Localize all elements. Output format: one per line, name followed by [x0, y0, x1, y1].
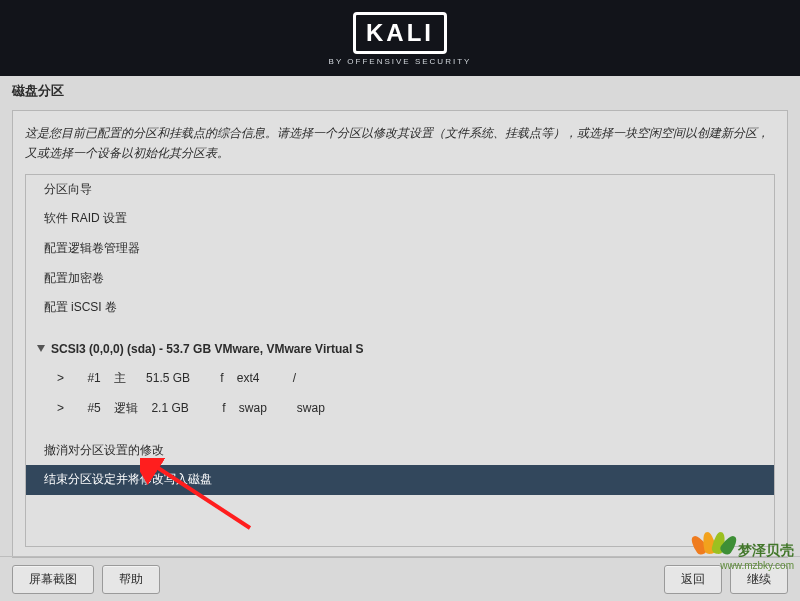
- panel-description: 这是您目前已配置的分区和挂载点的综合信息。请选择一个分区以修改其设置（文件系统、…: [25, 123, 775, 164]
- continue-button[interactable]: 继续: [730, 565, 788, 594]
- kali-logo-box: KALI: [353, 12, 447, 54]
- menu-finish[interactable]: 结束分区设定并将修改写入磁盘: [26, 465, 774, 495]
- kali-logo-text: KALI: [366, 19, 434, 46]
- partition-list: 分区向导 软件 RAID 设置 配置逻辑卷管理器 配置加密卷 配置 iSCSI …: [25, 174, 775, 547]
- menu-iscsi[interactable]: 配置 iSCSI 卷: [26, 293, 774, 323]
- menu-lvm[interactable]: 配置逻辑卷管理器: [26, 234, 774, 264]
- help-button[interactable]: 帮助: [102, 565, 160, 594]
- footer: 屏幕截图 帮助 返回 继续: [0, 556, 800, 601]
- menu-guided[interactable]: 分区向导: [26, 175, 774, 205]
- menu-undo[interactable]: 撤消对分区设置的修改: [26, 436, 774, 466]
- kali-logo-subtitle: BY OFFENSIVE SECURITY: [329, 57, 472, 66]
- list-spacer: [26, 424, 774, 436]
- partition-row[interactable]: > #5 逻辑 2.1 GB f swap swap: [26, 394, 774, 424]
- list-spacer: [26, 323, 774, 335]
- header: KALI BY OFFENSIVE SECURITY: [0, 0, 800, 76]
- partition-row[interactable]: > #1 主 51.5 GB f ext4 /: [26, 364, 774, 394]
- back-button[interactable]: 返回: [664, 565, 722, 594]
- screenshot-button[interactable]: 屏幕截图: [12, 565, 94, 594]
- disk-row[interactable]: SCSI3 (0,0,0) (sda) - 53.7 GB VMware, VM…: [26, 335, 774, 365]
- disk-expand-icon: [37, 345, 45, 352]
- menu-crypt[interactable]: 配置加密卷: [26, 264, 774, 294]
- main-panel: 这是您目前已配置的分区和挂载点的综合信息。请选择一个分区以修改其设置（文件系统、…: [12, 110, 788, 558]
- menu-raid[interactable]: 软件 RAID 设置: [26, 204, 774, 234]
- page-title: 磁盘分区: [0, 76, 800, 106]
